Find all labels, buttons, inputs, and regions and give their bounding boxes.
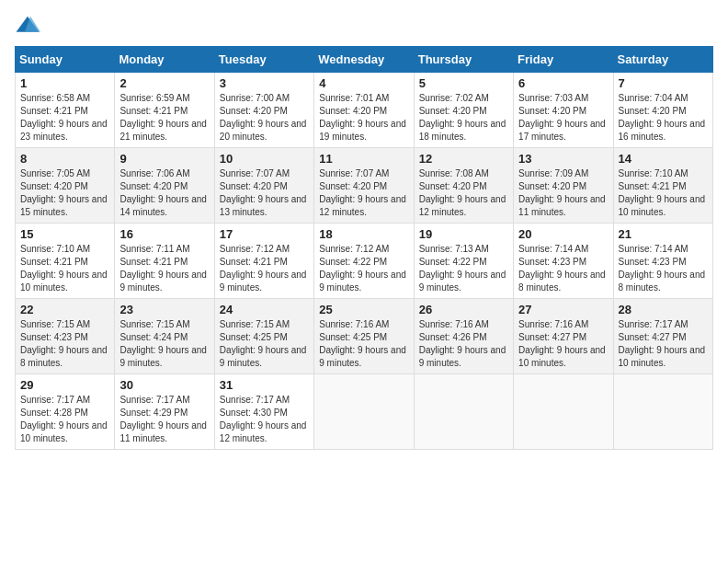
calendar-cell: 9Sunrise: 7:06 AMSunset: 4:20 PMDaylight…: [115, 148, 214, 224]
day-number: 2: [119, 76, 209, 90]
day-number: 9: [119, 152, 209, 166]
calendar-week-row: 29Sunrise: 7:17 AMSunset: 4:28 PMDayligh…: [16, 374, 713, 450]
calendar-cell: 27Sunrise: 7:16 AMSunset: 4:27 PMDayligh…: [514, 299, 613, 374]
calendar-cell: 6Sunrise: 7:03 AMSunset: 4:20 PMDaylight…: [514, 73, 613, 148]
day-of-week-header: Thursday: [414, 47, 513, 73]
calendar-cell: 8Sunrise: 7:05 AMSunset: 4:20 PMDaylight…: [16, 148, 115, 224]
calendar-cell: 18Sunrise: 7:12 AMSunset: 4:22 PMDayligh…: [314, 224, 414, 299]
day-number: 12: [419, 152, 508, 166]
calendar-cell: 1Sunrise: 6:58 AMSunset: 4:21 PMDaylight…: [16, 73, 115, 148]
calendar-cell: [613, 374, 712, 450]
day-info: Sunrise: 7:17 AMSunset: 4:27 PMDaylight:…: [619, 318, 708, 370]
calendar-week-row: 1Sunrise: 6:58 AMSunset: 4:21 PMDaylight…: [16, 73, 713, 148]
day-info: Sunrise: 7:17 AMSunset: 4:29 PMDaylight:…: [119, 394, 209, 445]
calendar-table: SundayMondayTuesdayWednesdayThursdayFrid…: [15, 46, 713, 450]
day-info: Sunrise: 7:04 AMSunset: 4:20 PMDaylight:…: [619, 92, 708, 144]
day-info: Sunrise: 7:11 AMSunset: 4:21 PMDaylight:…: [119, 243, 209, 294]
calendar-cell: 24Sunrise: 7:15 AMSunset: 4:25 PMDayligh…: [214, 299, 313, 374]
day-of-week-header: Saturday: [613, 47, 712, 73]
day-info: Sunrise: 7:01 AMSunset: 4:20 PMDaylight:…: [319, 92, 408, 144]
calendar-cell: 11Sunrise: 7:07 AMSunset: 4:20 PMDayligh…: [314, 148, 414, 224]
day-info: Sunrise: 7:09 AMSunset: 4:20 PMDaylight:…: [518, 167, 608, 219]
day-number: 30: [119, 378, 209, 392]
calendar-cell: 20Sunrise: 7:14 AMSunset: 4:23 PMDayligh…: [514, 224, 613, 299]
day-number: 21: [619, 227, 708, 241]
day-info: Sunrise: 7:06 AMSunset: 4:20 PMDaylight:…: [119, 167, 209, 219]
day-of-week-header: Monday: [115, 47, 214, 73]
day-info: Sunrise: 7:17 AMSunset: 4:28 PMDaylight:…: [20, 394, 109, 445]
calendar-cell: 19Sunrise: 7:13 AMSunset: 4:22 PMDayligh…: [414, 224, 513, 299]
logo-icon: [15, 15, 40, 35]
day-info: Sunrise: 7:16 AMSunset: 4:26 PMDaylight:…: [419, 318, 508, 370]
calendar-cell: 15Sunrise: 7:10 AMSunset: 4:21 PMDayligh…: [16, 224, 115, 299]
calendar-cell: 31Sunrise: 7:17 AMSunset: 4:30 PMDayligh…: [214, 374, 313, 450]
day-number: 22: [20, 303, 109, 316]
calendar-cell: 10Sunrise: 7:07 AMSunset: 4:20 PMDayligh…: [214, 148, 313, 224]
day-number: 8: [20, 152, 109, 166]
calendar-cell: 2Sunrise: 6:59 AMSunset: 4:21 PMDaylight…: [115, 73, 214, 148]
day-of-week-header: Tuesday: [214, 47, 313, 73]
calendar-cell: [314, 374, 414, 450]
calendar-cell: 22Sunrise: 7:15 AMSunset: 4:23 PMDayligh…: [16, 299, 115, 374]
day-info: Sunrise: 7:15 AMSunset: 4:25 PMDaylight:…: [220, 318, 309, 370]
day-info: Sunrise: 7:12 AMSunset: 4:22 PMDaylight:…: [319, 243, 408, 294]
calendar-cell: [514, 374, 613, 450]
day-info: Sunrise: 6:58 AMSunset: 4:21 PMDaylight:…: [20, 92, 109, 144]
day-number: 4: [319, 76, 408, 90]
day-number: 11: [319, 152, 408, 166]
day-info: Sunrise: 7:08 AMSunset: 4:20 PMDaylight:…: [419, 167, 508, 219]
day-info: Sunrise: 7:02 AMSunset: 4:20 PMDaylight:…: [419, 92, 508, 144]
day-number: 20: [518, 227, 608, 241]
calendar-cell: 30Sunrise: 7:17 AMSunset: 4:29 PMDayligh…: [115, 374, 214, 450]
calendar-cell: 14Sunrise: 7:10 AMSunset: 4:21 PMDayligh…: [613, 148, 712, 224]
day-number: 5: [419, 76, 508, 90]
day-number: 23: [119, 303, 209, 316]
calendar-week-row: 22Sunrise: 7:15 AMSunset: 4:23 PMDayligh…: [16, 299, 713, 374]
day-of-week-header: Friday: [514, 47, 613, 73]
calendar-cell: 21Sunrise: 7:14 AMSunset: 4:23 PMDayligh…: [613, 224, 712, 299]
day-info: Sunrise: 7:14 AMSunset: 4:23 PMDaylight:…: [518, 243, 608, 294]
day-info: Sunrise: 7:07 AMSunset: 4:20 PMDaylight:…: [319, 167, 408, 219]
calendar-cell: 7Sunrise: 7:04 AMSunset: 4:20 PMDaylight…: [613, 73, 712, 148]
day-info: Sunrise: 7:03 AMSunset: 4:20 PMDaylight:…: [518, 92, 608, 144]
day-info: Sunrise: 7:07 AMSunset: 4:20 PMDaylight:…: [220, 167, 309, 219]
calendar-cell: 4Sunrise: 7:01 AMSunset: 4:20 PMDaylight…: [314, 73, 414, 148]
day-info: Sunrise: 7:05 AMSunset: 4:20 PMDaylight:…: [20, 167, 109, 219]
calendar-cell: 29Sunrise: 7:17 AMSunset: 4:28 PMDayligh…: [16, 374, 115, 450]
day-info: Sunrise: 7:16 AMSunset: 4:27 PMDaylight:…: [518, 318, 608, 370]
calendar-cell: 3Sunrise: 7:00 AMSunset: 4:20 PMDaylight…: [214, 73, 313, 148]
day-number: 31: [220, 378, 309, 392]
day-of-week-header: Sunday: [16, 47, 115, 73]
day-info: Sunrise: 7:15 AMSunset: 4:23 PMDaylight:…: [20, 318, 109, 370]
calendar-cell: 28Sunrise: 7:17 AMSunset: 4:27 PMDayligh…: [613, 299, 712, 374]
day-number: 29: [20, 378, 109, 392]
calendar-cell: 12Sunrise: 7:08 AMSunset: 4:20 PMDayligh…: [414, 148, 513, 224]
day-info: Sunrise: 7:10 AMSunset: 4:21 PMDaylight:…: [619, 167, 708, 219]
day-number: 15: [20, 227, 109, 241]
day-number: 16: [119, 227, 209, 241]
day-number: 28: [619, 303, 708, 316]
day-number: 1: [20, 76, 109, 90]
day-number: 26: [419, 303, 508, 316]
day-info: Sunrise: 7:15 AMSunset: 4:24 PMDaylight:…: [119, 318, 209, 370]
day-info: Sunrise: 7:00 AMSunset: 4:20 PMDaylight:…: [220, 92, 309, 144]
day-number: 6: [518, 76, 608, 90]
calendar-cell: 16Sunrise: 7:11 AMSunset: 4:21 PMDayligh…: [115, 224, 214, 299]
calendar-week-row: 15Sunrise: 7:10 AMSunset: 4:21 PMDayligh…: [16, 224, 713, 299]
logo: [15, 15, 44, 35]
day-info: Sunrise: 6:59 AMSunset: 4:21 PMDaylight:…: [119, 92, 209, 144]
calendar-cell: 23Sunrise: 7:15 AMSunset: 4:24 PMDayligh…: [115, 299, 214, 374]
day-number: 7: [619, 76, 708, 90]
calendar-cell: [414, 374, 513, 450]
day-info: Sunrise: 7:10 AMSunset: 4:21 PMDaylight:…: [20, 243, 109, 294]
day-number: 24: [220, 303, 309, 316]
calendar-week-row: 8Sunrise: 7:05 AMSunset: 4:20 PMDaylight…: [16, 148, 713, 224]
day-info: Sunrise: 7:16 AMSunset: 4:25 PMDaylight:…: [319, 318, 408, 370]
day-number: 18: [319, 227, 408, 241]
day-of-week-header: Wednesday: [314, 47, 414, 73]
day-number: 3: [220, 76, 309, 90]
calendar-cell: 17Sunrise: 7:12 AMSunset: 4:21 PMDayligh…: [214, 224, 313, 299]
day-info: Sunrise: 7:14 AMSunset: 4:23 PMDaylight:…: [619, 243, 708, 294]
calendar-cell: 13Sunrise: 7:09 AMSunset: 4:20 PMDayligh…: [514, 148, 613, 224]
day-info: Sunrise: 7:12 AMSunset: 4:21 PMDaylight:…: [220, 243, 309, 294]
